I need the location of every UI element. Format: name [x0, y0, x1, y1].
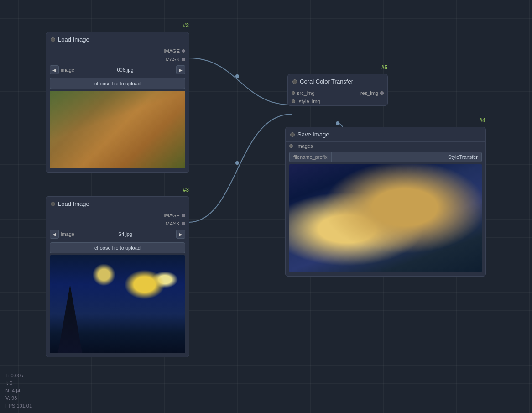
- port-images-label: images: [297, 143, 313, 149]
- node-status-dot-1: [51, 37, 55, 42]
- node-title-1: Load Image: [58, 36, 89, 43]
- node-header-1: Load Image: [46, 32, 189, 47]
- coral-color-transfer-node: #5 Coral Color Transfer src_img res_img …: [287, 74, 388, 106]
- save-image-node: #4 Save Image images filename_prefix Sty…: [285, 127, 486, 277]
- load-image-node-1: #2 Load Image IMAGE MASK ◀ image 006.jpg…: [46, 32, 189, 173]
- nav-label-2: image: [61, 231, 74, 237]
- nav-filename-1: 006.jpg: [76, 67, 174, 73]
- port-res-img-label: res_img: [360, 90, 378, 96]
- node-status-dot-2: [51, 202, 55, 206]
- node-image-1: [50, 91, 185, 168]
- node-status-dot-save: [290, 132, 295, 137]
- filename-row: filename_prefix StyleTransfer: [289, 152, 482, 162]
- port-res-img-dot: [380, 91, 384, 95]
- port-style-img-label: style_img: [299, 99, 320, 104]
- nav-next-2[interactable]: ▶: [176, 230, 185, 239]
- coral-style-port: style_img: [288, 97, 387, 105]
- starry-night-image: [50, 255, 185, 353]
- status-i: I: 0: [5, 379, 32, 387]
- port-src-img-dot: [292, 91, 295, 95]
- image-navigator-1: ◀ image 006.jpg ▶: [46, 63, 189, 76]
- port-mask-label-2: MASK: [166, 221, 180, 226]
- node-id-4: #4: [480, 117, 485, 124]
- status-t: T: 0.00s: [5, 372, 32, 380]
- save-node-image: [289, 164, 482, 272]
- svg-point-1: [235, 161, 239, 165]
- node-title-coral: Coral Color Transfer: [300, 78, 353, 85]
- port-image-label-1: IMAGE: [164, 48, 180, 54]
- svg-point-0: [235, 74, 239, 78]
- port-image-dot-2: [182, 214, 185, 217]
- node-id-2: #2: [183, 22, 189, 29]
- save-images-port: images: [286, 142, 485, 150]
- status-fps: FPS:101.01: [5, 402, 32, 410]
- port-image-2: IMAGE: [46, 211, 189, 220]
- node-status-dot-coral: [292, 79, 297, 84]
- image-navigator-2: ◀ image S4.jpg ▶: [46, 228, 189, 240]
- status-bar: T: 0.00s I: 0 N: 4 [4] V: 98 FPS:101.01: [0, 368, 37, 413]
- nav-next-1[interactable]: ▶: [176, 65, 185, 74]
- port-src-img-label: src_img: [297, 90, 315, 96]
- nav-filename-2: S4.jpg: [76, 231, 174, 237]
- port-mask-dot-2: [182, 222, 185, 225]
- lynx-image-1: [50, 91, 185, 168]
- node-title-2: Load Image: [58, 200, 89, 207]
- load-image-node-2: #3 Load Image IMAGE MASK ◀ image S4.jpg …: [46, 196, 189, 357]
- port-image-1: IMAGE: [46, 47, 189, 55]
- port-mask-label-1: MASK: [166, 57, 180, 62]
- port-image-label-2: IMAGE: [164, 213, 180, 218]
- port-mask-2: MASK: [46, 220, 189, 228]
- port-style-img-dot: [292, 99, 295, 103]
- port-images-dot: [289, 144, 293, 148]
- node-id-3: #3: [183, 187, 189, 193]
- svg-point-2: [336, 121, 339, 125]
- status-v: V: 98: [5, 394, 32, 402]
- node-header-2: Load Image: [46, 197, 189, 211]
- upload-button-1[interactable]: choose file to upload: [50, 78, 185, 89]
- node-header-save: Save Image: [286, 127, 485, 142]
- filename-prefix-label: filename_prefix: [289, 152, 331, 162]
- status-n: N: 4 [4]: [5, 387, 32, 395]
- upload-button-2[interactable]: choose file to upload: [50, 242, 185, 253]
- styled-lynx-image: [289, 164, 482, 272]
- filename-prefix-value[interactable]: StyleTransfer: [331, 152, 482, 162]
- node-image-2: [50, 255, 185, 353]
- nav-prev-1[interactable]: ◀: [50, 65, 59, 74]
- nav-prev-2[interactable]: ◀: [50, 230, 59, 239]
- port-mask-1: MASK: [46, 55, 189, 63]
- nav-label-1: image: [61, 67, 74, 73]
- node-header-coral: Coral Color Transfer: [288, 74, 387, 89]
- port-image-dot-1: [182, 49, 185, 53]
- node-id-5: #5: [381, 64, 387, 71]
- node-title-save: Save Image: [297, 131, 329, 138]
- coral-ports: src_img res_img: [288, 89, 387, 97]
- port-mask-dot-1: [182, 58, 185, 61]
